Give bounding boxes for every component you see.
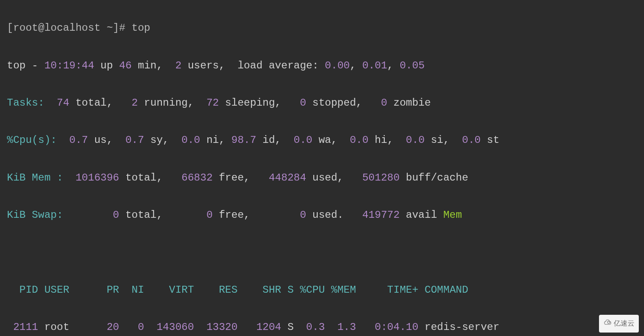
prompt-line: [root@localhost ~]# top [7,19,637,37]
cpu-hi: 0.0 [350,134,368,146]
cloud-icon [603,317,612,330]
cell-pid: 2111 [7,321,38,333]
cell-pr: 20 [100,321,119,333]
svg-point-0 [608,321,610,323]
cell-cpu: 0.3 [294,321,325,333]
swap-free: 0 [206,209,213,221]
col-cpu: %CPU [294,284,325,296]
mem-free: 66832 [181,172,213,184]
col-virt: VIRT [144,284,194,296]
typed-command: top [132,22,150,34]
cpu-st: 0.0 [462,134,480,146]
col-shr: SHR [238,284,281,296]
watermark-badge: 亿速云 [599,315,639,333]
col-pr: PR [100,284,119,296]
cell-ni: 0 [119,321,144,333]
cpu-ni: 0.0 [181,134,200,146]
cpu-line: %Cpu(s): 0.7 us, 0.7 sy, 0.0 ni, 98.7 id… [7,131,637,149]
cpu-si: 0.0 [406,134,425,146]
tasks-zombie: 0 [381,97,387,109]
tasks-running: 2 [132,97,138,109]
cpu-label: %Cpu(s): [7,134,57,146]
swap-label: KiB Swap: [7,209,63,221]
cpu-id: 98.7 [232,134,257,146]
tasks-line: Tasks: 74 total, 2 running, 72 sleeping,… [7,94,637,112]
swap-avail: 419772 [362,209,399,221]
cpu-us: 0.7 [57,134,88,146]
cell-command: redis-server [419,321,499,333]
cell-res: 13320 [194,321,238,333]
cell-time: 0:04.10 [356,321,419,333]
load-average-label: load average: [238,60,325,71]
summary-line: top - 10:19:44 up 46 min, 2 users, load … [7,56,637,75]
mem-label: KiB Mem : [7,172,63,184]
process-row: 2111 root 20 0 143060 13320 1204 S 0.3 1… [7,318,637,336]
current-time: 10:19:44 [44,60,94,71]
blank-line [7,243,637,262]
col-mem: %MEM [325,284,356,296]
load-1min: 0.00 [325,60,350,71]
swap-mem-label: Mem [443,209,462,221]
col-res: RES [194,284,238,296]
cell-mem: 1.3 [325,321,356,333]
process-header: PID USER PR NI VIRT RES SHR S %CPU %MEM … [7,281,637,299]
cpu-wa: 0.0 [294,134,312,146]
swap-used: 0 [300,209,306,221]
col-time: TIME+ [356,284,419,296]
tasks-sleeping: 72 [206,97,219,109]
tasks-label: Tasks: [7,97,44,109]
col-ni: NI [119,284,144,296]
swap-line: KiB Swap: 0 total, 0 free, 0 used. 41977… [7,206,637,224]
cell-virt: 143060 [144,321,194,333]
load-5min: 0.01 [362,60,387,71]
col-user: USER [38,284,100,296]
mem-used: 448284 [269,172,306,184]
mem-total: 1016396 [63,172,119,184]
mem-buff: 501280 [362,172,399,184]
cell-user: root [38,321,100,333]
cell-s: S [281,321,294,333]
load-15min: 0.05 [399,60,425,71]
tasks-stopped: 0 [300,97,306,109]
watermark-text: 亿速云 [614,317,634,330]
terminal-window[interactable]: [root@localhost ~]# top top - 10:19:44 u… [0,0,644,336]
cpu-sy: 0.7 [126,134,144,146]
tasks-total: 74 [44,97,69,109]
col-s: S [281,284,294,296]
users-count: 2 [175,60,181,71]
uptime-value: 46 [119,60,132,71]
shell-prompt: [root@localhost ~]# [7,22,132,34]
mem-line: KiB Mem : 1016396 total, 66832 free, 448… [7,168,637,187]
cell-shr: 1204 [238,321,281,333]
col-pid: PID [7,284,38,296]
col-command: COMMAND [419,284,468,296]
program-name: top [7,60,26,71]
swap-total: 0 [63,209,119,221]
